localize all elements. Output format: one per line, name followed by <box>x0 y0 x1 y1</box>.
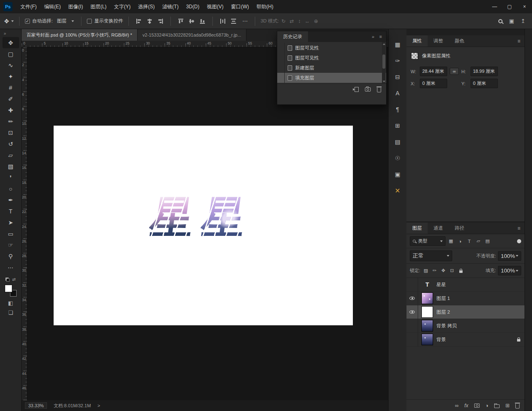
link-layers-icon[interactable]: ∞ <box>455 403 459 409</box>
visibility-toggle[interactable] <box>406 305 418 319</box>
brush-settings-panel-icon[interactable]: ✑ <box>392 55 403 66</box>
layer-effects-icon[interactable]: fx <box>464 403 468 409</box>
document-canvas[interactable]: 星 星 <box>54 126 353 325</box>
filter-switch-icon[interactable] <box>517 239 521 243</box>
scrollbar-thumb[interactable] <box>382 54 385 69</box>
marquee-tool[interactable]: ▢ <box>2 48 19 59</box>
menu-window[interactable]: 窗口(W) <box>227 0 253 13</box>
visibility-toggle[interactable] <box>406 333 418 347</box>
panel-menu-icon[interactable]: ≡ <box>379 34 382 39</box>
lock-artboard-icon[interactable]: ⊡ <box>448 267 456 274</box>
crop-tool[interactable]: # <box>2 82 19 93</box>
menu-filter[interactable]: 滤镜(T) <box>158 0 182 13</box>
history-tab[interactable]: 历史记录 <box>277 31 308 42</box>
glyphs-panel-icon[interactable]: ⊞ <box>392 120 403 131</box>
align-right-button[interactable] <box>156 17 165 25</box>
filter-smart-objects-icon[interactable]: ▤ <box>483 237 492 245</box>
libraries-panel-icon[interactable]: ▤ <box>392 136 403 147</box>
set-source-cell[interactable] <box>277 63 285 73</box>
delete-state-icon[interactable] <box>377 87 381 92</box>
status-options-chevron[interactable]: > <box>98 403 100 408</box>
constrain-proportions-icon[interactable]: ∞ <box>450 68 459 75</box>
x-field[interactable]: 0 厘米 <box>420 79 447 88</box>
panel-tab[interactable]: 属性 <box>406 35 428 47</box>
history-state[interactable]: 图层可见性 <box>277 53 386 63</box>
clone-stamp-tool[interactable]: ⊡ <box>2 127 19 138</box>
share-icon[interactable]: ↥ <box>521 18 525 24</box>
eyedropper-tool[interactable]: ✐ <box>2 93 19 104</box>
panel-tab[interactable]: 图层 <box>406 223 428 234</box>
visibility-toggle[interactable] <box>406 278 418 292</box>
workspace-switcher-icon[interactable]: ▣ <box>509 18 514 24</box>
panel-tab[interactable]: 通道 <box>428 223 449 234</box>
auto-select-target-dropdown[interactable]: 图层 <box>55 17 76 25</box>
scroll-down-icon[interactable] <box>383 81 385 82</box>
hand-tool[interactable]: ☞ <box>2 239 19 250</box>
magic-wand-tool[interactable]: ✦ <box>2 71 19 82</box>
menu-layer[interactable]: 图层(L) <box>87 0 111 13</box>
fill-field[interactable]: 100% <box>498 266 521 275</box>
layer-row[interactable]: 背景 拷贝 <box>406 319 525 333</box>
align-top-button[interactable] <box>176 17 185 25</box>
add-mask-icon[interactable] <box>474 404 480 408</box>
menu-file[interactable]: 文件(F) <box>17 0 40 13</box>
screen-mode-icon[interactable]: ❏ <box>8 309 13 316</box>
history-state[interactable]: 填充图层 <box>277 73 386 83</box>
document-tab[interactable]: 百家号封面.psd @ 100% (PS分享小技巧, RGB/8#) * <box>22 29 138 41</box>
filter-type-layers-icon[interactable]: T <box>465 237 473 245</box>
toolbar-collapse-icon[interactable]: » <box>0 29 10 37</box>
more-align-options-button[interactable]: ⋯ <box>241 18 249 24</box>
distribute-horizontal-button[interactable] <box>218 17 227 25</box>
quick-mask-icon[interactable]: ◧ <box>8 300 13 306</box>
layer-row[interactable]: 图层 2 <box>406 305 525 319</box>
panel-tab[interactable]: 调整 <box>428 35 449 47</box>
3d-scale-icon[interactable]: ⊕ <box>314 18 318 24</box>
character-panel-icon[interactable]: A <box>392 88 403 99</box>
new-layer-icon[interactable]: ⊞ <box>505 403 510 409</box>
align-center-horizontal-button[interactable] <box>145 17 154 25</box>
visibility-toggle[interactable] <box>406 292 418 305</box>
height-field[interactable]: 18.99 厘米 <box>470 67 498 76</box>
show-transform-controls-checkbox[interactable]: 显示变换控件 <box>87 18 123 24</box>
3d-slide-icon[interactable]: ↔ <box>305 18 310 24</box>
default-colors-icon[interactable] <box>5 277 10 282</box>
menu-select[interactable]: 选择(S) <box>134 0 158 13</box>
dodge-tool[interactable]: ○ <box>2 183 19 194</box>
healing-brush-tool[interactable]: ✚ <box>2 104 19 116</box>
foreground-color-swatch[interactable] <box>5 285 12 292</box>
path-selection-tool[interactable]: ➤ <box>2 217 19 228</box>
layer-filter-dropdown[interactable]: 类型 <box>410 236 446 246</box>
eraser-tool[interactable]: ▱ <box>2 149 19 161</box>
menu-3d[interactable]: 3D(D) <box>182 0 203 13</box>
panel-tab[interactable]: 路径 <box>449 223 470 234</box>
set-source-cell[interactable] <box>277 53 285 63</box>
visibility-toggle[interactable] <box>406 319 418 333</box>
swatches-panel-icon[interactable]: ▦ <box>392 39 403 50</box>
menu-view[interactable]: 视图(V) <box>203 0 227 13</box>
lock-transparent-pixels-icon[interactable]: ▨ <box>422 267 429 274</box>
3d-rotate-icon[interactable]: ↻ <box>281 18 286 24</box>
scrollbar[interactable] <box>382 42 386 84</box>
minimize-button[interactable]: — <box>487 0 502 13</box>
new-group-icon[interactable] <box>494 403 500 408</box>
new-adjustment-layer-icon[interactable]: ◑ <box>485 403 488 409</box>
auto-select-checkbox[interactable]: 自动选择: <box>25 18 53 24</box>
new-document-from-state-icon[interactable] <box>355 87 359 92</box>
zoom-tool[interactable]: ⚲ <box>2 250 19 262</box>
lock-all-icon[interactable] <box>457 267 464 274</box>
panel-menu-icon[interactable]: ≡ <box>513 223 525 234</box>
maximize-button[interactable]: ▢ <box>502 0 517 13</box>
menu-type[interactable]: 文字(Y) <box>110 0 134 13</box>
width-field[interactable]: 28.44 厘米 <box>420 67 447 76</box>
pen-tool[interactable]: ✒ <box>2 194 19 206</box>
history-brush-tool[interactable]: ↺ <box>2 138 19 149</box>
zoom-level-field[interactable]: 33.33% <box>25 402 47 409</box>
y-field[interactable]: 0 厘米 <box>470 79 498 88</box>
clone-source-panel-icon[interactable]: ⊟ <box>392 72 403 82</box>
swap-colors-icon[interactable]: ⇄ <box>12 277 15 282</box>
filter-shape-layers-icon[interactable]: ▱ <box>474 237 483 245</box>
set-source-cell[interactable] <box>277 73 285 83</box>
collapse-panel-icon[interactable]: » <box>372 34 374 39</box>
set-source-cell[interactable] <box>277 43 285 53</box>
layer-row[interactable]: 背景 <box>406 333 525 347</box>
